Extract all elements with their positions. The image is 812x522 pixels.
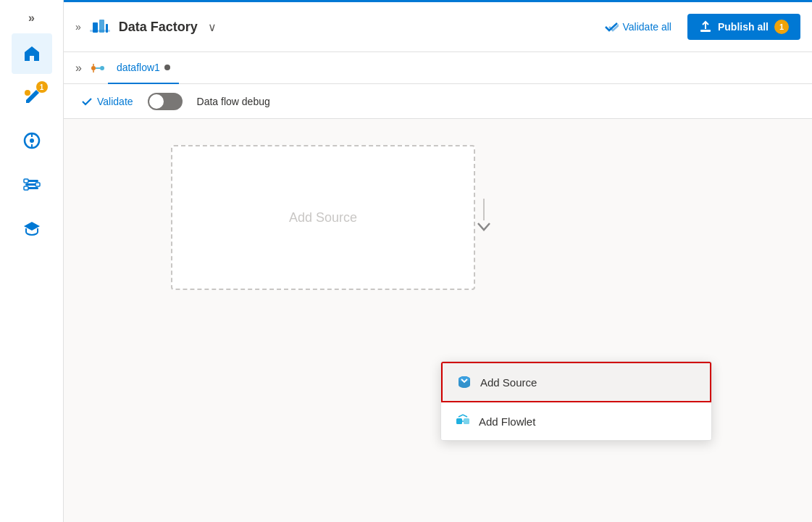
learn-icon [22, 218, 42, 238]
dataflow-tab-icon [91, 61, 105, 75]
connector-chevron-icon [475, 220, 493, 232]
tab-unsaved-indicator [164, 65, 170, 70]
connector-vertical-line [483, 199, 485, 220]
main-area: » Data Factory ∨ Validate all [64, 0, 812, 522]
svg-rect-8 [24, 179, 28, 183]
debug-label: Data flow debug [197, 96, 270, 107]
data-factory-icon [90, 17, 110, 37]
svg-rect-15 [700, 30, 711, 32]
author-badge: 1 [36, 81, 48, 93]
publish-icon [699, 20, 712, 33]
svg-point-16 [91, 66, 96, 70]
validate-all-button[interactable]: Validate all [597, 17, 679, 37]
svg-rect-10 [24, 186, 28, 190]
svg-point-0 [25, 90, 30, 96]
app-title: Data Factory [119, 20, 198, 35]
canvas-connector [475, 199, 493, 232]
tools-icon [22, 174, 42, 194]
menu-item-add-source[interactable]: Add Source [441, 362, 711, 402]
add-source-placeholder-box[interactable]: Add Source [171, 145, 475, 290]
svg-point-17 [100, 66, 104, 70]
svg-rect-14 [90, 30, 110, 32]
checkmark-icon [81, 96, 93, 107]
menu-item-add-source-label: Add Source [480, 376, 537, 389]
tabbar-expand-button[interactable]: » [75, 62, 82, 75]
validate-all-icon [604, 21, 619, 33]
home-icon [22, 44, 42, 64]
svg-rect-21 [464, 418, 469, 424]
context-dropdown-menu: Add Source Add Flowlet [440, 361, 712, 441]
sidebar: » 1 [0, 0, 64, 522]
sidebar-item-home[interactable] [12, 33, 52, 74]
publish-all-button[interactable]: Publish all 1 [687, 14, 800, 40]
tabbar: » dataflow1 [64, 52, 812, 84]
menu-item-add-flowlet[interactable]: Add Flowlet [441, 402, 711, 440]
toolbar: Validate Data flow debug [64, 84, 812, 119]
topbar-expand-button[interactable]: » [75, 21, 81, 33]
toggle-track[interactable] [148, 93, 183, 110]
publish-badge: 1 [774, 20, 789, 34]
svg-rect-9 [35, 183, 40, 186]
app-dropdown-chevron[interactable]: ∨ [208, 20, 217, 34]
sidebar-item-author[interactable]: 1 [12, 77, 52, 117]
canvas[interactable]: Add Source Add Source [64, 119, 812, 522]
toggle-thumb [149, 94, 164, 109]
tab-dataflow1[interactable]: dataflow1 [108, 52, 179, 84]
sidebar-item-monitor[interactable] [12, 120, 52, 161]
add-flowlet-menu-icon [454, 413, 472, 430]
add-source-placeholder-text: Add Source [289, 210, 357, 225]
svg-point-2 [30, 138, 34, 143]
debug-toggle[interactable] [148, 93, 183, 110]
add-source-menu-icon [456, 373, 473, 391]
topbar: » Data Factory ∨ Validate all [64, 0, 812, 52]
validate-button[interactable]: Validate [81, 96, 133, 107]
sidebar-collapse-button[interactable]: » [0, 6, 63, 30]
menu-item-add-flowlet-label: Add Flowlet [479, 415, 535, 428]
sidebar-item-tools[interactable] [12, 164, 52, 204]
sidebar-item-learn[interactable] [12, 207, 52, 248]
monitor-icon [22, 130, 42, 151]
svg-rect-20 [456, 418, 462, 424]
